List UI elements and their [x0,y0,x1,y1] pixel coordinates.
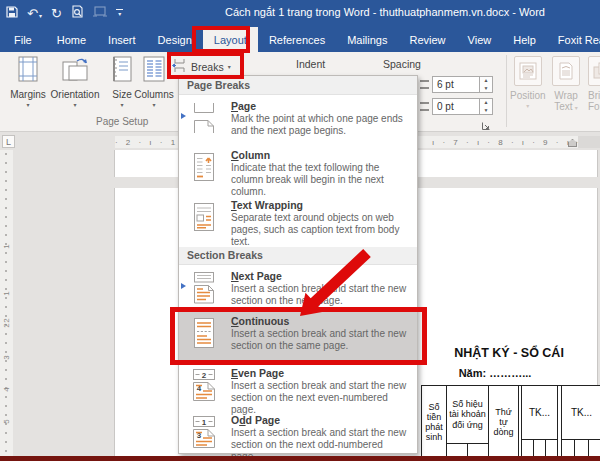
title-post: ven Page [238,367,284,379]
wrap-text-label-1: Wrap [554,90,578,101]
tab-references[interactable]: References [258,27,336,52]
title-post: olumn [239,149,271,161]
tab-mailings[interactable]: Mailings [336,27,398,52]
quick-access-toolbar: ↶▾ ↻ ▾ [6,3,123,23]
bring-forward-button[interactable]: Bring Forward [588,56,600,112]
horizontal-ruler-margin [578,136,600,148]
stepper-down-icon[interactable]: ▼ [480,85,492,93]
margins-caret-icon: ▾ [26,101,29,108]
spacing-after-field[interactable]: 0 pt [432,98,480,115]
print-preview-icon[interactable] [71,4,84,22]
margins-icon [14,56,42,86]
vruler-number: 5 [2,415,11,428]
tab-file[interactable]: File [0,27,46,52]
title-post: d Page [246,414,280,426]
vertical-ruler[interactable]: 2 1 1 2 3 4 5 [0,150,13,457]
menu-item-text: Text Wrapping Separate text around objec… [231,199,409,249]
tab-home[interactable]: Home [46,27,97,52]
position-caret-icon: ▾ [526,102,529,109]
tab-insert[interactable]: Insert [97,27,147,52]
page-break-icon [189,100,219,138]
horizontal-ruler-left[interactable]: · 2 · ı · 1 [115,136,178,148]
orientation-button[interactable]: Orientation ▾ [52,56,98,122]
document-heading: NHẬT KÝ - SỔ CÁI [420,346,598,360]
tab-stop-selector[interactable]: L [2,135,15,148]
table-col-tk2: TK... [562,386,600,458]
wrap-text-button[interactable]: Wrap Text ▾ [552,56,580,112]
table-header-cell: Số tiền phát sinh [422,386,446,458]
menu-item-text: Page Mark the point at which one page en… [231,100,409,137]
title-accel: N [231,270,239,282]
wrap-text-caret-icon: ▾ [575,104,578,111]
table-header-cell: Thứ tự dòng [489,386,518,458]
bring-forward-label-2: Forward [588,101,600,112]
stepper-up-icon[interactable]: ▲ [480,99,492,107]
table-col-tk1: TK... [522,386,558,458]
paragraph-dialog-launcher-icon[interactable] [481,117,491,135]
wrap-text-label-2: Text [554,101,572,112]
tab-help[interactable]: Help [502,27,547,52]
spacing-before-field[interactable]: 6 pt [432,76,480,93]
tab-foxit-reader-pdf[interactable]: Foxit Reader PDF [547,27,600,52]
menu-item-desc: Separate text around objects on web page… [231,212,409,249]
touch-mode-icon[interactable] [93,4,107,22]
menu-item-text-wrapping[interactable]: Text Wrapping Separate text around objec… [179,194,417,247]
red-arrow-annotation [292,248,372,320]
vruler-number: 2 [2,319,11,332]
menu-item-odd-page[interactable]: 13 Odd Page Insert a section break and s… [179,409,417,453]
menu-item-title: Even Page [231,367,409,379]
svg-text:2: 2 [202,371,207,380]
document-year-line: Năm: ………... [420,367,570,379]
highlight-box-layout-tab [192,26,250,53]
menu-item-title: Odd Page [231,414,409,426]
columns-label: Columns [134,89,173,100]
redo-icon[interactable]: ↻ [51,7,62,20]
spacing-before-row: 6 pt ▲ ▼ [420,76,493,93]
spacing-before-stepper[interactable]: ▲ ▼ [480,76,493,93]
bring-forward-label-1: Bring [588,90,600,101]
save-icon[interactable] [6,4,18,22]
spacing-before-icon [420,80,429,89]
item-marker-icon [181,113,186,119]
size-caret-icon: ▾ [120,101,123,108]
customize-qat-bar [116,9,123,10]
odd-page-icon: 13 [189,414,219,452]
svg-text:1: 1 [202,418,207,427]
title-accel: E [231,367,238,379]
wrap-text-icon [552,56,580,86]
position-label: Position [510,90,546,101]
tab-view[interactable]: View [457,27,503,52]
table-header-cell: Số hiệu tài khoản đối ứng [447,386,488,443]
tab-review[interactable]: Review [399,27,457,52]
vruler-number: 4 [2,383,11,396]
item-marker-icon [181,283,186,289]
margins-button[interactable]: Margins ▾ [5,56,51,122]
menu-item-column[interactable]: Column Indicate that the text following … [179,144,417,194]
title-post: ext Wrapping [237,199,303,211]
table-header-cell: TK... [522,386,557,439]
ledger-table: Số tiền phát sinh Số hiệu tài khoản đối … [421,385,600,458]
stepper-down-icon[interactable]: ▼ [480,107,492,115]
title-accel: C [231,149,239,161]
undo-button[interactable]: ↶▾ [27,4,42,22]
columns-icon [140,56,168,86]
title-accel: P [231,100,238,112]
menu-item-title: Page [231,100,409,112]
menu-item-page[interactable]: Page Mark the point at which one page en… [179,95,417,144]
menu-item-title: Column [231,149,409,161]
page-setup-group-label: Page Setup [96,116,148,127]
stepper-up-icon[interactable]: ▲ [480,77,492,85]
wrap-text-line2: Text ▾ [554,101,577,112]
menu-item-desc: Mark the point at which one page ends an… [231,113,409,137]
title-post: ext Page [239,270,282,282]
menu-item-even-page[interactable]: 24 Even Page Insert a section break and … [179,362,417,409]
horizontal-ruler-right[interactable]: ı · 7 · ı · 8 · ı · 9 · ı · 10 [418,136,578,148]
even-page-icon: 24 [189,367,219,405]
spacing-label: Spacing [383,58,421,70]
customize-qat-icon[interactable]: ▾ [116,9,123,17]
title-post: age [238,100,256,112]
spacing-after-stepper[interactable]: ▲ ▼ [480,98,493,115]
table-col-order: Thứ tự dòng [489,386,519,458]
vruler-number: 1 [2,240,11,253]
position-button[interactable]: Position ▾ [510,56,546,109]
